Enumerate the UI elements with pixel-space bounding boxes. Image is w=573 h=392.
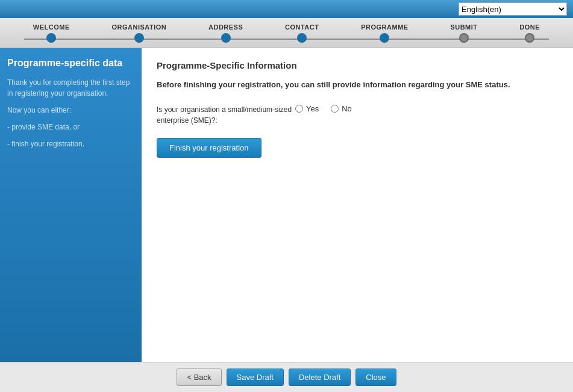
radio-yes-input[interactable] bbox=[295, 105, 303, 113]
sidebar-paragraph1: Thank you for completing the first step … bbox=[7, 77, 134, 99]
sidebar: Programme-specific data Thank you for co… bbox=[0, 48, 142, 362]
step-programme: PROGRAMME bbox=[361, 23, 408, 43]
step-welcome-dot bbox=[46, 33, 56, 43]
step-address: ADDRESS bbox=[208, 23, 243, 43]
back-button[interactable]: < Back bbox=[177, 369, 221, 386]
step-contact-label: CONTACT bbox=[285, 23, 319, 31]
step-organisation: ORGANISATION bbox=[112, 23, 167, 43]
sme-question-label: Is your organisation a small/medium-size… bbox=[157, 103, 295, 126]
sme-radio-group: Yes No bbox=[295, 103, 352, 113]
step-submit-dot bbox=[459, 33, 469, 43]
step-organisation-label: ORGANISATION bbox=[112, 23, 167, 31]
step-contact-dot bbox=[297, 33, 307, 43]
language-dropdown[interactable]: English(en)French(fr)German(de)Spanish(e… bbox=[459, 2, 567, 16]
step-programme-dot bbox=[380, 33, 389, 43]
progress-bar: WELCOME ORGANISATION ADDRESS CONTACT PRO… bbox=[0, 18, 573, 48]
top-bar: English(en)French(fr)German(de)Spanish(e… bbox=[0, 0, 573, 18]
section-title: Programme-Specific Information bbox=[157, 60, 558, 70]
step-address-dot bbox=[221, 33, 231, 43]
radio-yes-option[interactable]: Yes bbox=[295, 104, 319, 113]
step-welcome: WELCOME bbox=[33, 23, 70, 43]
step-submit: SUBMIT bbox=[450, 23, 477, 43]
step-programme-label: PROGRAMME bbox=[361, 23, 408, 31]
finish-registration-button[interactable]: Finish your registration bbox=[157, 138, 261, 158]
radio-no-option[interactable]: No bbox=[331, 104, 352, 113]
step-organisation-dot bbox=[134, 33, 144, 43]
radio-no-input[interactable] bbox=[331, 105, 339, 113]
step-contact: CONTACT bbox=[285, 23, 319, 43]
close-button[interactable]: Close bbox=[355, 369, 396, 386]
content-area: Programme-Specific Information Before fi… bbox=[142, 48, 573, 362]
language-selector[interactable]: English(en)French(fr)German(de)Spanish(e… bbox=[459, 2, 567, 16]
sidebar-item1: - provide SME data, or bbox=[7, 122, 134, 132]
step-welcome-label: WELCOME bbox=[33, 23, 70, 31]
step-address-label: ADDRESS bbox=[208, 23, 243, 31]
bottom-bar: < Back Save Draft Delete Draft Close bbox=[0, 362, 573, 392]
radio-no-label: No bbox=[342, 104, 352, 113]
save-draft-button[interactable]: Save Draft bbox=[227, 369, 284, 386]
step-done: DONE bbox=[519, 23, 540, 43]
sidebar-title: Programme-specific data bbox=[7, 57, 134, 70]
sidebar-item2: - finish your registration. bbox=[7, 138, 134, 149]
sidebar-paragraph2: Now you can either: bbox=[7, 105, 134, 116]
radio-yes-label: Yes bbox=[306, 104, 319, 113]
main-layout: Programme-specific data Thank you for co… bbox=[0, 48, 573, 362]
section-description: Before finishing your registration, you … bbox=[157, 79, 558, 91]
sme-question-row: Is your organisation a small/medium-size… bbox=[157, 103, 558, 126]
step-submit-label: SUBMIT bbox=[450, 23, 477, 31]
step-done-label: DONE bbox=[519, 23, 540, 31]
delete-draft-button[interactable]: Delete Draft bbox=[289, 369, 351, 386]
step-done-dot bbox=[525, 33, 534, 43]
